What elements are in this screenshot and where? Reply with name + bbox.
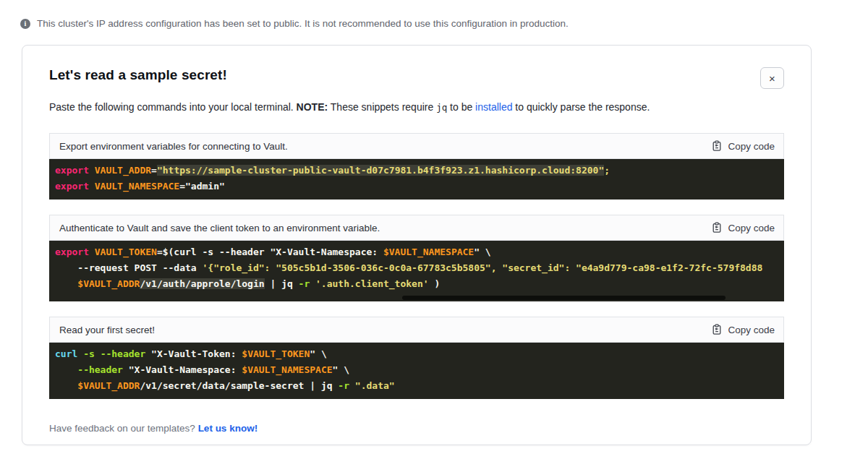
sample-secret-card: Let's read a sample secret! × Paste the … — [22, 45, 812, 445]
close-button[interactable]: × — [760, 67, 784, 89]
clipboard-copy-icon — [711, 222, 723, 233]
close-icon: × — [769, 73, 775, 84]
info-icon: i — [20, 19, 30, 29]
snippet-label: Export environment variables for connect… — [59, 141, 288, 152]
snippet-header: Export environment variables for connect… — [49, 133, 784, 159]
page-title: Let's read a sample secret! — [49, 67, 227, 83]
code-text: export VAULT_ADDR="https://sample-cluste… — [55, 163, 778, 194]
intro-mid2: to be — [447, 101, 475, 113]
code-text: export VAULT_TOKEN=$(curl -s --header "X… — [55, 244, 778, 292]
code-block: curl -s --header "X-Vault-Token: $VAULT_… — [49, 343, 784, 399]
copy-code-label: Copy code — [728, 141, 775, 152]
installed-link[interactable]: installed — [475, 101, 512, 113]
cluster-public-warning-banner: i This cluster's IP address configuratio… — [0, 0, 868, 29]
snippet-section-3: Read your first secret!Copy codecurl -s … — [49, 317, 784, 399]
snippet-section-1: Export environment variables for connect… — [49, 133, 784, 200]
snippet-section-2: Authenticate to Vault and save the clien… — [49, 215, 784, 301]
copy-code-button[interactable]: Copy code — [711, 324, 775, 335]
let-us-know-link[interactable]: Let us know! — [198, 423, 258, 434]
snippet-header: Read your first secret!Copy code — [49, 317, 784, 343]
intro-paragraph: Paste the following commands into your l… — [49, 101, 784, 113]
horizontal-scrollbar[interactable] — [402, 296, 726, 300]
snippet-sections: Export environment variables for connect… — [49, 133, 784, 399]
copy-code-button[interactable]: Copy code — [711, 140, 775, 152]
footer-text: Have feedback on our templates? — [49, 423, 198, 434]
copy-code-label: Copy code — [728, 223, 775, 233]
code-block: export VAULT_TOKEN=$(curl -s --header "X… — [49, 241, 784, 301]
clipboard-copy-icon — [711, 324, 723, 335]
intro-mid1: These snippets require — [328, 101, 436, 113]
code-text: curl -s --header "X-Vault-Token: $VAULT_… — [55, 346, 778, 394]
clipboard-copy-icon — [711, 140, 723, 152]
snippet-label: Read your first secret! — [59, 325, 155, 335]
intro-note-label: NOTE: — [297, 101, 328, 113]
feedback-footer: Have feedback on our templates? Let us k… — [49, 423, 784, 434]
copy-code-label: Copy code — [728, 325, 775, 335]
snippet-header: Authenticate to Vault and save the clien… — [49, 215, 784, 241]
banner-text: This cluster's IP address configuration … — [37, 18, 569, 29]
intro-post: to quickly parse the response. — [512, 101, 650, 113]
intro-jq: jq — [436, 102, 447, 113]
code-block: export VAULT_ADDR="https://sample-cluste… — [49, 159, 784, 200]
snippet-label: Authenticate to Vault and save the clien… — [59, 223, 380, 233]
intro-pre: Paste the following commands into your l… — [49, 101, 297, 113]
copy-code-button[interactable]: Copy code — [711, 222, 775, 233]
